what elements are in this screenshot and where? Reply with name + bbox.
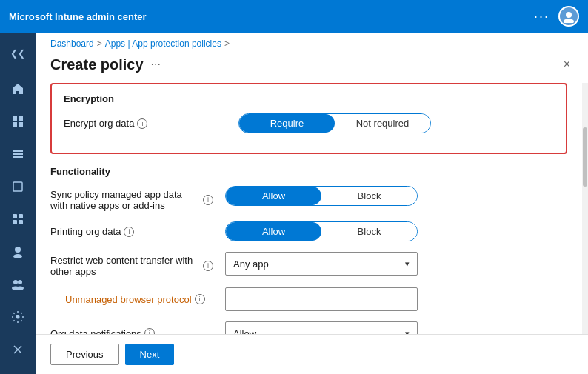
scroll-thumb[interactable] (583, 127, 587, 187)
sync-block-option[interactable]: Block (321, 187, 417, 205)
encrypt-org-data-row: Encrypt org data i Require Not required (64, 113, 554, 133)
svg-rect-8 (13, 156, 23, 158)
svg-point-15 (13, 254, 22, 258)
svg-point-20 (16, 315, 20, 319)
svg-point-19 (16, 287, 24, 290)
encrypt-org-data-toggle[interactable]: Require Not required (238, 113, 431, 133)
page-title-bar: Create policy ··· × (36, 52, 588, 83)
unmanaged-browser-row: Unmanaged browser protocol i (50, 287, 567, 311)
header-more-icon[interactable]: ··· (534, 9, 549, 24)
close-button[interactable]: × (561, 55, 573, 74)
restrict-web-info-icon[interactable]: i (203, 261, 213, 271)
encrypt-require-option[interactable]: Require (239, 114, 335, 133)
svg-rect-7 (13, 153, 23, 155)
breadcrumb-sep-2: > (224, 39, 230, 49)
svg-rect-5 (19, 122, 23, 127)
svg-rect-6 (13, 150, 23, 152)
next-button[interactable]: Next (125, 344, 175, 365)
org-notifications-value: Allow (233, 328, 256, 335)
restrict-web-dropdown[interactable]: Any app ▾ (225, 252, 418, 276)
sidebar-item-menu[interactable] (3, 139, 33, 169)
scrollbar[interactable] (582, 83, 588, 334)
breadcrumb-dashboard[interactable]: Dashboard (50, 39, 94, 49)
org-notifications-chevron-icon: ▾ (405, 329, 410, 335)
org-notifications-info-icon[interactable]: i (144, 328, 155, 334)
svg-rect-13 (19, 220, 23, 224)
footer: Previous Next (36, 334, 588, 374)
header: Microsoft Intune admin center ··· (0, 0, 588, 33)
restrict-web-chevron-icon: ▾ (405, 259, 410, 269)
header-title: Microsoft Intune admin center (9, 11, 147, 22)
printing-org-data-row: Printing org data i Allow Block (50, 221, 567, 241)
svg-rect-10 (13, 214, 17, 218)
header-left: Microsoft Intune admin center (9, 11, 147, 22)
content-area: Dashboard > Apps | App protection polici… (36, 33, 588, 374)
sidebar-item-user[interactable] (3, 237, 33, 267)
printing-block-option[interactable]: Block (321, 222, 417, 241)
printing-org-data-label: Printing org data i (50, 226, 213, 237)
svg-rect-12 (13, 220, 17, 224)
svg-point-17 (18, 280, 22, 284)
sync-policy-info-icon[interactable]: i (203, 195, 213, 205)
sidebar-item-group[interactable] (3, 270, 33, 299)
avatar[interactable] (558, 6, 579, 27)
svg-point-0 (566, 12, 572, 18)
printing-toggle[interactable]: Allow Block (225, 221, 418, 241)
org-notifications-row: Org data notifications i Allow ▾ (50, 321, 567, 334)
sidebar: ❮❮ (0, 33, 36, 374)
encryption-section: Encryption Encrypt org data i Require No… (50, 83, 567, 154)
page-more-icon[interactable]: ··· (151, 58, 161, 71)
page-title: Create policy (50, 56, 144, 73)
sync-allow-option[interactable]: Allow (226, 187, 321, 205)
printing-info-icon[interactable]: i (124, 227, 134, 237)
sidebar-collapse-icon[interactable]: ❮❮ (3, 39, 33, 68)
encrypt-not-required-option[interactable]: Not required (335, 114, 430, 133)
sidebar-item-apps[interactable] (3, 204, 33, 234)
breadcrumb-sep-1: > (97, 39, 102, 49)
previous-button[interactable]: Previous (50, 344, 119, 365)
functionality-section: Functionality Sync policy managed app da… (50, 166, 567, 334)
svg-rect-11 (19, 214, 23, 218)
restrict-web-label: Restrict web content transfer with other… (50, 252, 213, 277)
unmanaged-browser-input[interactable] (225, 287, 418, 311)
sidebar-item-home[interactable] (3, 74, 33, 104)
encrypt-org-data-label: Encrypt org data i (64, 118, 227, 129)
printing-allow-option[interactable]: Allow (226, 222, 321, 241)
encryption-title: Encryption (64, 93, 554, 104)
restrict-web-row: Restrict web content transfer with other… (50, 252, 567, 277)
org-notifications-dropdown[interactable]: Allow ▾ (225, 321, 418, 334)
sidebar-item-box[interactable] (3, 172, 33, 201)
sidebar-item-dashboard[interactable] (3, 107, 33, 136)
restrict-web-value: Any app (233, 258, 269, 270)
unmanaged-browser-info-icon[interactable]: i (195, 294, 205, 304)
breadcrumb-apps[interactable]: Apps | App protection policies (105, 39, 221, 49)
functionality-title: Functionality (50, 166, 567, 177)
svg-rect-4 (13, 122, 17, 127)
main-layout: ❮❮ Dashboard > (0, 33, 588, 374)
svg-rect-2 (13, 116, 17, 121)
sync-policy-toggle[interactable]: Allow Block (225, 186, 418, 206)
svg-rect-3 (19, 116, 23, 121)
unmanaged-browser-label: Unmanaged browser protocol i (50, 294, 213, 305)
org-notifications-label: Org data notifications i (50, 328, 213, 335)
header-right: ··· (534, 6, 579, 27)
svg-point-14 (15, 247, 21, 253)
sync-policy-row: Sync policy managed app data with native… (50, 186, 567, 211)
form-area: Encryption Encrypt org data i Require No… (36, 83, 582, 334)
sync-policy-label: Sync policy managed app data with native… (50, 186, 213, 211)
sidebar-item-settings[interactable] (3, 302, 33, 332)
sidebar-item-close[interactable] (3, 335, 33, 364)
svg-point-16 (13, 280, 18, 284)
svg-rect-9 (13, 182, 22, 191)
breadcrumb: Dashboard > Apps | App protection polici… (36, 33, 588, 52)
svg-point-1 (564, 19, 574, 23)
encrypt-org-data-info-icon[interactable]: i (137, 118, 147, 129)
